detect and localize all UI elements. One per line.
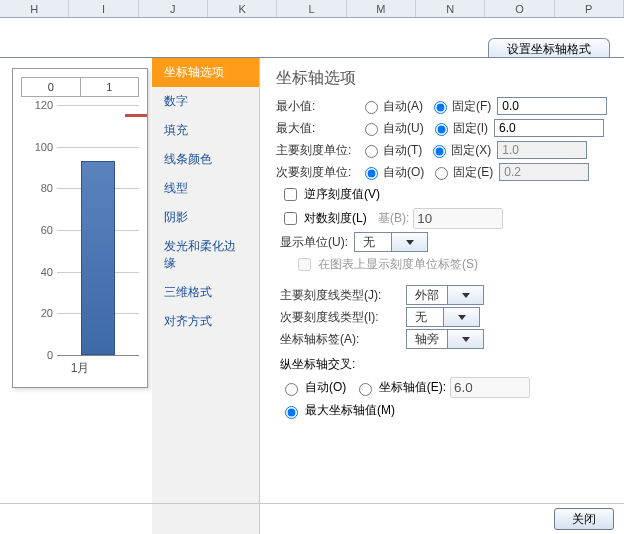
- sidebar-item-axis-options[interactable]: 坐标轴选项: [152, 58, 259, 87]
- chevron-down-icon: [443, 308, 479, 326]
- axis-label-select[interactable]: 轴旁: [406, 329, 484, 349]
- sidebar-item-line-style[interactable]: 线型: [152, 174, 259, 203]
- col-i: I: [69, 0, 138, 17]
- minor-tick-label: 次要刻度线类型(I):: [280, 309, 400, 326]
- chart-ytick: 100: [23, 141, 53, 153]
- show-unit-label-checkbox: [298, 258, 311, 271]
- category-sidebar: 坐标轴选项 数字 填充 线条颜色 线型 阴影 发光和柔化边缘 三维格式 对齐方式: [152, 58, 260, 534]
- separator: [0, 503, 624, 504]
- col-j: J: [139, 0, 208, 17]
- minor-tick-select[interactable]: 无: [406, 307, 480, 327]
- logscale-label: 对数刻度(L): [304, 210, 367, 227]
- chart-x-label: 1月: [13, 360, 147, 377]
- logscale-checkbox[interactable]: [284, 212, 297, 225]
- max-auto-radio[interactable]: 自动(U): [360, 120, 424, 137]
- max-label: 最大值:: [276, 120, 354, 137]
- reverse-label: 逆序刻度值(V): [304, 186, 380, 203]
- chart-plot-area: [57, 105, 139, 355]
- major-fixed-radio[interactable]: 固定(X): [428, 142, 491, 159]
- col-n: N: [416, 0, 485, 17]
- sidebar-item-number[interactable]: 数字: [152, 87, 259, 116]
- sidebar-item-glow[interactable]: 发光和柔化边缘: [152, 232, 259, 278]
- min-fixed-radio[interactable]: 固定(F): [429, 98, 491, 115]
- cross-value-input[interactable]: [450, 377, 530, 398]
- minor-unit-label: 次要刻度单位:: [276, 164, 354, 181]
- chart-ytick: 120: [23, 99, 53, 111]
- min-value-input[interactable]: [497, 97, 607, 115]
- axis-label-label: 坐标轴标签(A):: [280, 331, 400, 348]
- sidebar-item-shadow[interactable]: 阴影: [152, 203, 259, 232]
- chart-gridline: [57, 105, 139, 106]
- chart-ytick: 40: [23, 266, 53, 278]
- chart-mini-header: 0 1: [21, 77, 139, 97]
- col-o: O: [485, 0, 554, 17]
- close-button[interactable]: 关闭: [554, 508, 614, 530]
- col-h: H: [0, 0, 69, 17]
- max-value-input[interactable]: [494, 119, 604, 137]
- column-headers: H I J K L M N O P: [0, 0, 624, 18]
- chart-bar[interactable]: [81, 161, 115, 355]
- minor-fixed-radio[interactable]: 固定(E): [430, 164, 493, 181]
- chart-gridline: [57, 147, 139, 148]
- col-l: L: [277, 0, 346, 17]
- max-fixed-radio[interactable]: 固定(I): [430, 120, 488, 137]
- chart-head-0: 0: [22, 78, 80, 96]
- display-unit-select[interactable]: 无: [354, 232, 428, 252]
- chart-ytick: 60: [23, 224, 53, 236]
- chevron-down-icon: [391, 233, 427, 251]
- major-unit-input[interactable]: [497, 141, 587, 159]
- major-auto-radio[interactable]: 自动(T): [360, 142, 422, 159]
- chevron-down-icon: [447, 330, 483, 348]
- reverse-checkbox[interactable]: [284, 188, 297, 201]
- cross-title: 纵坐标轴交叉:: [280, 356, 608, 373]
- min-auto-radio[interactable]: 自动(A): [360, 98, 423, 115]
- cross-value-radio[interactable]: [359, 383, 372, 396]
- display-unit-label: 显示单位(U):: [280, 234, 348, 251]
- axis-options-pane: 坐标轴选项 最小值: 自动(A) 固定(F) 最大值: 自动(U) 固定(I) …: [260, 58, 624, 504]
- min-label: 最小值:: [276, 98, 354, 115]
- col-k: K: [208, 0, 277, 17]
- chart-head-1: 1: [80, 78, 139, 96]
- col-m: M: [347, 0, 416, 17]
- cross-max-radio[interactable]: [285, 406, 298, 419]
- logscale-base-label: 基(B):: [378, 210, 409, 227]
- pane-title: 坐标轴选项: [276, 68, 608, 89]
- sidebar-item-line-color[interactable]: 线条颜色: [152, 145, 259, 174]
- major-tick-label: 主要刻度线类型(J):: [280, 287, 400, 304]
- embedded-chart[interactable]: 0 1 020406080100120 1月: [12, 68, 148, 388]
- sidebar-item-alignment[interactable]: 对齐方式: [152, 307, 259, 336]
- cross-auto-radio[interactable]: [285, 383, 298, 396]
- minor-auto-radio[interactable]: 自动(O): [360, 164, 424, 181]
- major-tick-select[interactable]: 外部: [406, 285, 484, 305]
- logscale-base-input[interactable]: [413, 208, 503, 229]
- minor-unit-input[interactable]: [499, 163, 589, 181]
- dialog-tab-format-axis[interactable]: 设置坐标轴格式: [488, 38, 610, 58]
- show-unit-label-text: 在图表上显示刻度单位标签(S): [318, 256, 478, 273]
- col-p: P: [555, 0, 624, 17]
- chart-y-axis: 020406080100120: [23, 105, 53, 355]
- chevron-down-icon: [447, 286, 483, 304]
- chart-ytick: 20: [23, 307, 53, 319]
- sidebar-item-fill[interactable]: 填充: [152, 116, 259, 145]
- major-unit-label: 主要刻度单位:: [276, 142, 354, 159]
- chart-ytick: 80: [23, 182, 53, 194]
- sidebar-item-3d-format[interactable]: 三维格式: [152, 278, 259, 307]
